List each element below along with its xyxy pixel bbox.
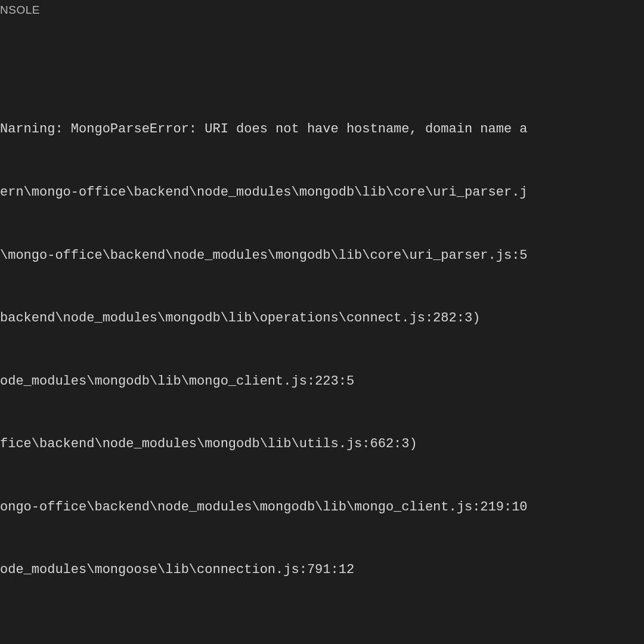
terminal-line: ode_modules\mongoose\lib\connection.js:7… [0,559,644,580]
terminal-line: backend\node_modules\mongodb\lib\operati… [0,308,644,329]
terminal-line: Narning: MongoParseError: URI does not h… [0,119,644,140]
terminal-line: fice\backend\node_modules\mongodb\lib\ut… [0,434,644,454]
terminal-output[interactable]: Narning: MongoParseError: URI does not h… [0,20,644,644]
terminal-line: \mongo-office\backend\node_modules\mongo… [0,245,644,266]
terminal-blank-line [0,623,644,643]
terminal-line: ode_modules\mongodb\lib\mongo_client.js:… [0,371,644,392]
terminal-line: ern\mongo-office\backend\node_modules\mo… [0,182,644,203]
terminal-line: ongo-office\backend\node_modules\mongodb… [0,497,644,518]
panel-tab-console[interactable]: NSOLE [0,0,644,20]
panel-tab-label: NSOLE [0,4,40,16]
